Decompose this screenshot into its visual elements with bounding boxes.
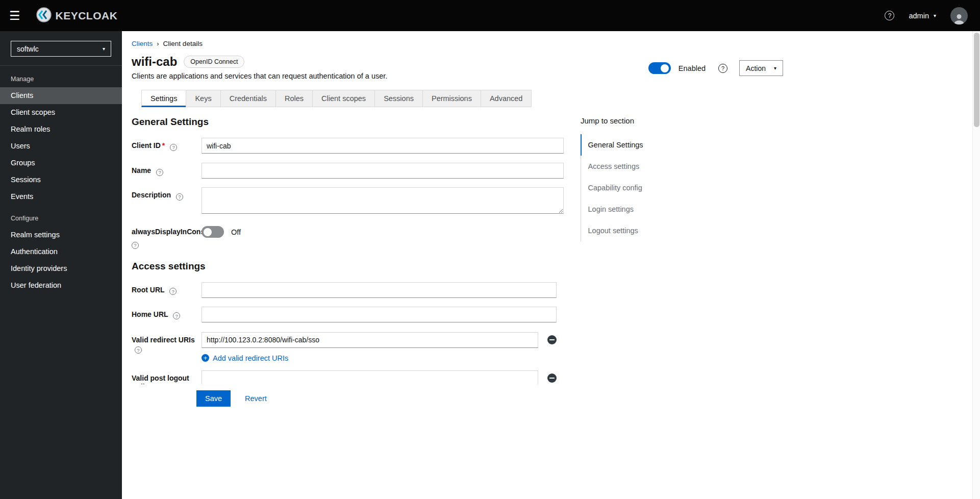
- sidebar-item-authentication[interactable]: Authentication: [0, 243, 122, 260]
- help-icon[interactable]: ?: [885, 11, 894, 20]
- avatar[interactable]: [950, 7, 968, 24]
- sidebar-item-groups[interactable]: Groups: [0, 155, 122, 171]
- realm-name: softwlc: [17, 45, 39, 53]
- help-icon[interactable]: ?: [156, 169, 163, 176]
- sidebar-item-client-scopes[interactable]: Client scopes: [0, 104, 122, 121]
- toggle-knob: [661, 64, 669, 72]
- access-settings-heading: Access settings: [132, 261, 564, 272]
- jump-link-general-settings[interactable]: General Settings: [581, 134, 650, 156]
- action-dropdown-label: Action: [746, 64, 766, 72]
- required-asterisk: *: [162, 141, 165, 149]
- jump-nav: General Settings Access settings Capabil…: [581, 134, 650, 241]
- tab-credentials[interactable]: Credentials: [220, 90, 275, 107]
- form-action-bar: Save Revert: [122, 384, 972, 499]
- tab-settings[interactable]: Settings: [141, 90, 186, 107]
- enabled-label: Enabled: [679, 64, 706, 72]
- protocol-badge: OpenID Connect: [184, 56, 244, 68]
- sidebar-item-user-federation[interactable]: User federation: [0, 277, 122, 294]
- page-title: wifi-cab: [132, 54, 177, 69]
- always-display-row: alwaysDisplayInConsole ? Off: [132, 224, 564, 249]
- tab-client-scopes[interactable]: Client scopes: [312, 90, 374, 107]
- revert-button[interactable]: Revert: [233, 390, 267, 407]
- sidebar: softwlc ▾ Manage Clients Client scopes R…: [0, 31, 122, 499]
- jump-link-access-settings[interactable]: Access settings: [581, 156, 650, 177]
- hamburger-icon: ☰: [9, 9, 20, 22]
- minus-circle-icon[interactable]: [547, 335, 557, 344]
- home-url-label: Home URL ?: [132, 307, 202, 322]
- sidebar-item-realm-roles[interactable]: Realm roles: [0, 121, 122, 138]
- valid-redirect-input[interactable]: [202, 332, 538, 348]
- add-redirect-uri-link[interactable]: + Add valid redirect URIs: [202, 354, 564, 362]
- sidebar-item-sessions[interactable]: Sessions: [0, 171, 122, 188]
- help-icon[interactable]: ?: [169, 288, 177, 295]
- description-textarea[interactable]: [202, 187, 564, 214]
- help-icon[interactable]: ?: [132, 242, 139, 249]
- help-icon[interactable]: ?: [170, 144, 177, 151]
- action-dropdown[interactable]: Action ▾: [739, 60, 783, 76]
- name-label: Name ?: [132, 163, 202, 179]
- help-icon[interactable]: ?: [135, 346, 142, 354]
- save-button[interactable]: Save: [196, 390, 231, 407]
- sidebar-item-identity-providers[interactable]: Identity providers: [0, 260, 122, 277]
- jump-to-section: Jump to section General Settings Access …: [581, 107, 650, 392]
- tab-sessions[interactable]: Sessions: [374, 90, 422, 107]
- tab-permissions[interactable]: Permissions: [422, 90, 481, 107]
- sidebar-item-events[interactable]: Events: [0, 188, 122, 205]
- post-logout-input[interactable]: [202, 370, 538, 386]
- breadcrumb: Clients › Client details: [122, 31, 980, 47]
- tab-bar: Settings Keys Credentials Roles Client s…: [141, 90, 532, 107]
- home-url-input[interactable]: [202, 307, 557, 322]
- breadcrumb-clients-link[interactable]: Clients: [132, 40, 153, 47]
- nav-section-configure: Configure: [0, 205, 122, 227]
- sidebar-item-users[interactable]: Users: [0, 138, 122, 155]
- tab-advanced[interactable]: Advanced: [481, 90, 532, 107]
- help-icon[interactable]: ?: [176, 193, 183, 201]
- always-display-label: alwaysDisplayInConsole ?: [132, 224, 202, 249]
- name-input[interactable]: [202, 163, 564, 179]
- realm-selector-section: softwlc ▾: [0, 31, 122, 66]
- tab-roles[interactable]: Roles: [275, 90, 312, 107]
- breadcrumb-separator-icon: ›: [157, 40, 159, 47]
- jump-link-capability-config[interactable]: Capability config: [581, 177, 650, 198]
- client-id-row: Client ID* ?: [132, 138, 564, 154]
- enabled-help-icon[interactable]: ?: [718, 64, 727, 73]
- enabled-toggle[interactable]: [648, 62, 671, 74]
- jump-link-login-settings[interactable]: Login settings: [581, 198, 650, 220]
- user-silhouette-icon: [953, 12, 965, 24]
- main-content: Clients › Client details wifi-cab OpenID…: [122, 31, 980, 499]
- client-id-input[interactable]: [202, 138, 564, 154]
- breadcrumb-current: Client details: [163, 40, 203, 47]
- always-display-toggle[interactable]: [202, 226, 224, 238]
- realm-selector[interactable]: softwlc ▾: [11, 41, 111, 57]
- username: admin: [909, 12, 929, 20]
- header-controls: Enabled ? Action ▾: [648, 54, 783, 76]
- nav-toggle-button[interactable]: ☰: [9, 10, 20, 22]
- description-row: Description ?: [132, 187, 564, 216]
- sidebar-item-clients[interactable]: Clients: [0, 87, 122, 104]
- keycloak-logo-icon: [35, 6, 53, 26]
- scrollbar-thumb[interactable]: [974, 33, 979, 127]
- client-id-label: Client ID* ?: [132, 138, 202, 154]
- sidebar-item-realm-settings[interactable]: Realm settings: [0, 227, 122, 243]
- scrollbar[interactable]: [972, 31, 980, 499]
- chevron-down-icon: ▾: [934, 13, 936, 18]
- jump-heading: Jump to section: [581, 116, 650, 125]
- jump-link-logout-settings[interactable]: Logout settings: [581, 220, 650, 241]
- brand-text: KEYCLOAK: [56, 10, 118, 22]
- root-url-label: Root URL ?: [132, 282, 202, 298]
- home-url-row: Home URL ?: [132, 307, 564, 322]
- nav-section-manage: Manage: [0, 66, 122, 87]
- chevron-down-icon: ▾: [774, 65, 776, 71]
- minus-circle-icon[interactable]: [547, 373, 557, 383]
- user-menu[interactable]: admin ▾: [909, 12, 936, 20]
- tab-keys[interactable]: Keys: [186, 90, 220, 107]
- root-url-input[interactable]: [202, 282, 557, 298]
- name-row: Name ?: [132, 163, 564, 179]
- general-settings-heading: General Settings: [132, 116, 564, 128]
- masthead: ☰ KEYCLOAK ? admin ▾: [0, 0, 980, 31]
- toggle-knob: [204, 228, 212, 236]
- keycloak-brand[interactable]: KEYCLOAK: [35, 6, 118, 26]
- plus-circle-icon: +: [202, 354, 209, 362]
- settings-form: General Settings Client ID* ? Name ?: [132, 107, 564, 392]
- help-icon[interactable]: ?: [173, 312, 180, 319]
